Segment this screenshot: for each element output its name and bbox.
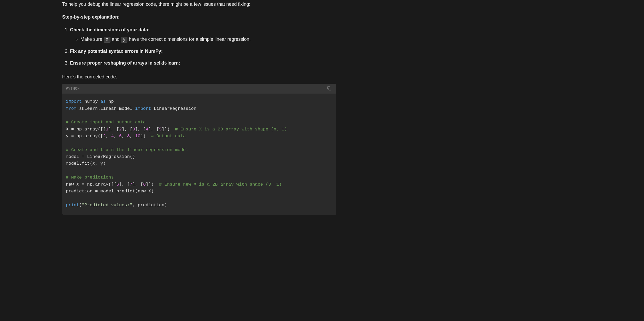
code-content[interactable]: import numpy as np from sklearn.linear_m… [62, 94, 336, 215]
step-title: Check the dimensions of your data: [70, 27, 150, 32]
code-token: ]]) [162, 127, 175, 132]
code-token: "Predicted values:" [82, 203, 132, 208]
code-token: X = np.array([[ [66, 127, 106, 132]
code-token: 8 [127, 134, 130, 139]
code-token: ]]) [146, 182, 159, 187]
sublist-item: Make sure X and y have the correct dimen… [80, 36, 336, 43]
code-token: LinearRegression [151, 106, 196, 111]
code-token: y = np.array([ [66, 134, 103, 139]
code-token: , [122, 134, 127, 139]
code-token: , [106, 134, 111, 139]
code-token: , prediction) [132, 203, 167, 208]
step-item-2: Fix any potential syntax errors in NumPy… [70, 48, 336, 55]
copy-code-button[interactable] [326, 85, 333, 92]
code-token: from [66, 106, 77, 111]
code-token: ], [ [148, 127, 159, 132]
corrected-code-label: Here's the corrected code: [62, 73, 336, 81]
code-token: 7 [130, 182, 132, 187]
inline-code-x: X [104, 37, 110, 43]
step-title: Ensure proper reshaping of arrays in sci… [70, 60, 180, 66]
svg-rect-0 [329, 88, 331, 90]
content-container: To help you debug the linear regression … [62, 0, 336, 215]
code-token: ], [ [108, 127, 119, 132]
code-token: prediction = model.predict(new_X) [66, 189, 154, 194]
inline-code-y: y [121, 37, 128, 43]
code-token: # Output data [151, 134, 186, 139]
code-token: 1 [106, 127, 108, 132]
code-token: import [66, 99, 82, 104]
code-token: numpy [82, 99, 100, 104]
intro-paragraph: To help you debug the linear regression … [62, 1, 336, 8]
step-item-1: Check the dimensions of your data: Make … [70, 26, 336, 43]
code-token: print [66, 203, 79, 208]
copy-icon [327, 86, 332, 91]
code-token: ], [ [122, 127, 132, 132]
code-token: # Make predictions [66, 175, 114, 180]
code-token: model = LinearRegression() [66, 154, 135, 159]
code-token: ], [ [132, 182, 143, 187]
code-token: as [101, 99, 106, 104]
code-token: 10 [135, 134, 140, 139]
code-token: # Ensure new_X is a 2D array with shape … [159, 182, 282, 187]
code-token: np [106, 99, 114, 104]
code-token: 4 [146, 127, 148, 132]
code-token: # Ensure X is a 2D array with shape (n, … [175, 127, 287, 132]
code-token: 2 [119, 127, 122, 132]
code-token: new_X = np.array([[ [66, 182, 116, 187]
code-token: import [135, 106, 151, 111]
code-token: 2 [103, 134, 106, 139]
step-title: Fix any potential syntax errors in NumPy… [70, 49, 163, 54]
sub-text: have the correct dimensions for a simple… [129, 37, 250, 42]
code-token: , [130, 134, 135, 139]
code-token: # Create and train the linear regression… [66, 147, 188, 152]
code-token: sklearn.linear_model [77, 106, 135, 111]
code-token: 5 [159, 127, 162, 132]
code-token: 6 [119, 134, 122, 139]
step-sublist: Make sure X and y have the correct dimen… [70, 36, 336, 43]
code-language-label: PYTHON [66, 86, 80, 91]
steps-list: Check the dimensions of your data: Make … [62, 26, 336, 67]
code-token: ( [79, 203, 82, 208]
step-heading: Step-by-step explanation: [62, 13, 336, 21]
step-item-3: Ensure proper reshaping of arrays in sci… [70, 59, 336, 67]
code-token: 3 [132, 127, 135, 132]
code-token: # Create input and output data [66, 120, 146, 125]
code-token: 6 [116, 182, 119, 187]
code-token: , [114, 134, 119, 139]
code-block: PYTHON import numpy as np from sklearn.l… [62, 84, 336, 215]
code-token: ]) [140, 134, 151, 139]
code-token: 4 [111, 134, 114, 139]
code-token: model.fit(X, y) [66, 161, 106, 166]
code-header: PYTHON [62, 84, 336, 94]
sub-text: and [112, 37, 121, 42]
code-token: 8 [143, 182, 146, 187]
code-token: ], [ [119, 182, 130, 187]
sub-text: Make sure [80, 37, 104, 42]
code-token: ], [ [135, 127, 146, 132]
